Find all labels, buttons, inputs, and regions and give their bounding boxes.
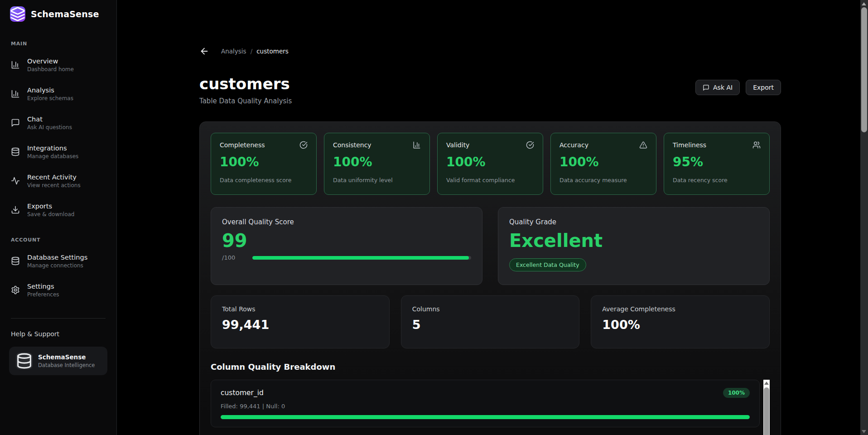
breadcrumb: Analysis / customers [199, 46, 781, 56]
metric-caption: Valid format compliance [446, 177, 534, 184]
sidebar-item-exports[interactable]: Exports Save & download [0, 195, 116, 224]
nav-item-title: Recent Activity [27, 174, 81, 181]
sidebar-item-database-settings[interactable]: Database Settings Manage connections [0, 246, 116, 276]
sidebar-item-settings[interactable]: Settings Preferences [0, 276, 116, 304]
nav-item-subtitle: Dashboard home [27, 66, 74, 72]
metric-card-completeness: Completeness 100% Data completeness scor… [211, 133, 317, 195]
sidebar-divider [11, 318, 106, 319]
alert-triangle-icon [639, 141, 647, 149]
database-icon [16, 353, 33, 369]
nav-item-subtitle: Explore schemas [27, 95, 73, 102]
bar-chart-icon [413, 141, 421, 149]
column-progress-bar [221, 415, 750, 419]
scroll-up-icon[interactable] [862, 2, 866, 5]
schemasense-logo-icon [10, 6, 25, 22]
nav-item-title: Exports [27, 203, 74, 210]
breadcrumb-current: customers [256, 48, 289, 55]
stat-value: 100% [602, 318, 758, 332]
stat-label: Average Completeness [602, 305, 758, 313]
help-support-link[interactable]: Help & Support [11, 330, 106, 338]
message-square-icon [11, 118, 20, 127]
column-progress-fill [221, 415, 750, 419]
stat-label: Total Rows [222, 305, 378, 313]
score-progress-bar [252, 256, 471, 260]
sidebar-item-overview[interactable]: Overview Dashboard home [0, 50, 116, 79]
metric-caption: Data accuracy measure [559, 177, 647, 184]
nav-item-title: Chat [27, 116, 72, 123]
metric-title: Validity [446, 141, 469, 149]
brand-name: SchemaSense [31, 9, 99, 19]
ask-ai-button[interactable]: Ask AI [695, 80, 740, 95]
check-circle-icon [526, 141, 534, 149]
sidebar-item-chat[interactable]: Chat Ask AI questions [0, 108, 116, 137]
back-arrow-icon[interactable] [199, 46, 209, 56]
column-fill-detail: Filled: 99,441 | Null: 0 [221, 403, 750, 410]
download-icon [11, 205, 20, 214]
window-scrollbar[interactable] [860, 0, 868, 435]
footer-card-subtitle: Database Intelligence [38, 362, 95, 368]
scroll-down-icon[interactable] [862, 430, 866, 433]
stat-card-columns: Columns 5 [401, 295, 580, 348]
stat-label: Columns [412, 305, 569, 313]
metric-title: Consistency [333, 141, 371, 149]
brand[interactable]: SchemaSense [0, 0, 116, 28]
metric-caption: Data uniformity level [333, 177, 421, 184]
database-icon [11, 147, 20, 156]
export-label: Export [753, 84, 774, 91]
metric-card-accuracy: Accuracy 100% Data accuracy measure [550, 133, 656, 195]
nav-item-title: Analysis [27, 87, 73, 94]
metric-title: Timeliness [673, 141, 706, 149]
nav-item-subtitle: Save & download [27, 211, 74, 218]
metric-card-validity: Validity 100% Valid format compliance [437, 133, 543, 195]
nav-item-title: Integrations [27, 145, 78, 152]
breadcrumb-separator: / [251, 48, 253, 55]
quality-grade-card: Quality Grade Excellent Excellent Data Q… [498, 207, 770, 285]
nav-item-subtitle: Preferences [27, 291, 59, 298]
users-icon [752, 141, 761, 149]
score-denominator: /100 [222, 254, 235, 261]
main-content: Analysis / customers customers Table Dat… [117, 0, 868, 435]
breadcrumb-parent[interactable]: Analysis [221, 48, 246, 55]
sidebar: SchemaSense MAIN Overview Dashboard home… [0, 0, 117, 435]
scroll-up-icon[interactable] [764, 382, 769, 385]
metric-value: 100% [559, 155, 647, 169]
metric-caption: Data recency score [673, 177, 761, 184]
sidebar-item-integrations[interactable]: Integrations Manage databases [0, 137, 116, 166]
sidebar-item-recent-activity[interactable]: Recent Activity View recent actions [0, 166, 116, 195]
metric-value: 100% [446, 155, 534, 169]
column-breakdown-list[interactable]: customer_id 100% Filled: 99,441 | Null: … [211, 380, 770, 435]
nav-item-subtitle: View recent actions [27, 182, 81, 188]
overall-quality-score-card: Overall Quality Score 99 /100 [211, 207, 482, 285]
nav-item-title: Overview [27, 58, 74, 65]
metric-value: 95% [673, 155, 761, 169]
activity-icon [11, 176, 20, 185]
ask-ai-label: Ask AI [713, 84, 733, 91]
stat-card-total-rows: Total Rows 99,441 [211, 295, 390, 348]
nav-item-subtitle: Manage connections [27, 262, 87, 269]
gear-icon [11, 285, 20, 295]
export-button[interactable]: Export [746, 80, 781, 95]
window-scrollbar-thumb[interactable] [861, 7, 867, 132]
column-quality-breakdown-heading: Column Quality Breakdown [211, 362, 770, 372]
nav-item-title: Database Settings [27, 254, 87, 261]
bar-chart-icon [11, 89, 20, 98]
list-scrollbar[interactable] [763, 380, 770, 435]
score-progress-fill [252, 256, 469, 260]
sidebar-section-account-label: ACCOUNT [11, 237, 106, 243]
grade-badge: Excellent Data Quality [509, 258, 586, 271]
metrics-row: Completeness 100% Data completeness scor… [211, 133, 770, 195]
column-row-customer-id: customer_id 100% Filled: 99,441 | Null: … [211, 380, 760, 427]
metric-value: 100% [220, 155, 308, 169]
sidebar-section-main-label: MAIN [11, 41, 106, 47]
list-scrollbar-thumb[interactable] [764, 387, 769, 435]
metric-card-consistency: Consistency 100% Data uniformity level [324, 133, 430, 195]
score-label: Overall Quality Score [222, 218, 471, 226]
column-percent-badge: 100% [723, 388, 750, 398]
stat-value: 5 [412, 318, 569, 332]
page-title: customers [199, 75, 292, 93]
sidebar-item-analysis[interactable]: Analysis Explore schemas [0, 79, 116, 108]
sidebar-footer-card: SchemaSense Database Intelligence [9, 347, 107, 375]
database-icon [11, 256, 20, 266]
quality-analysis-panel: Completeness 100% Data completeness scor… [199, 121, 781, 435]
stat-card-average-completeness: Average Completeness 100% [591, 295, 770, 348]
